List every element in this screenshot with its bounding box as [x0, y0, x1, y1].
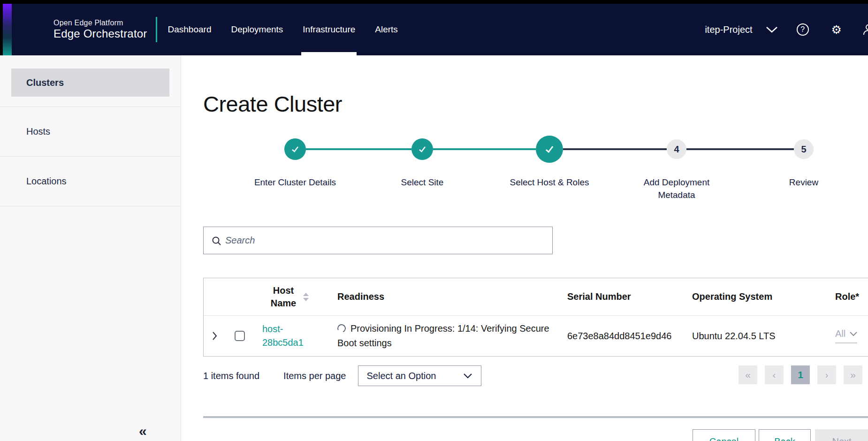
- items-per-page-select[interactable]: Select an Option: [358, 365, 481, 386]
- sort-icon[interactable]: [303, 293, 309, 301]
- check-icon: [290, 144, 300, 154]
- sidebar: Clusters Hosts Locations «: [0, 55, 181, 441]
- pagination-next-button[interactable]: ›: [817, 365, 836, 384]
- row-checkbox[interactable]: [235, 331, 245, 341]
- table-header-row: Host Name Readiness Serial Number Operat…: [204, 278, 868, 316]
- brand-separator: [156, 17, 157, 42]
- step-2-label: Select Site: [375, 176, 469, 189]
- sidebar-item-label: Locations: [26, 176, 67, 187]
- sidebar-item-label: Hosts: [26, 126, 50, 137]
- column-header-os: Operating System: [692, 278, 835, 315]
- sidebar-item-locations[interactable]: Locations: [0, 157, 181, 206]
- step-5-circle[interactable]: 5: [794, 139, 814, 159]
- sidebar-item-clusters[interactable]: Clusters: [11, 68, 169, 97]
- step-number: 5: [801, 144, 806, 155]
- nav-infrastructure[interactable]: Infrastructure: [301, 4, 357, 55]
- check-icon: [417, 144, 427, 154]
- serial-number-value: 6e73e8a84dd8451e9d46: [567, 331, 671, 342]
- main-content: Create Cluster 4 5 Enter Cluster Det: [181, 55, 868, 441]
- back-button[interactable]: Back: [759, 429, 811, 441]
- help-icon[interactable]: ?: [797, 23, 809, 36]
- items-per-page-value: Select an Option: [367, 371, 436, 381]
- sort-desc-icon: [303, 298, 309, 301]
- nav-deployments[interactable]: Deployments: [229, 4, 284, 55]
- table-footer: 1 items found Items per page Select an O…: [203, 365, 862, 387]
- nav-alerts[interactable]: Alerts: [373, 4, 399, 55]
- pagination: « ‹ 1 › »: [739, 365, 862, 384]
- sidebar-item-hosts[interactable]: Hosts: [0, 107, 181, 156]
- column-header-readiness: Readiness: [324, 278, 567, 315]
- row-expand-icon[interactable]: [212, 331, 217, 341]
- step-4-circle[interactable]: 4: [667, 139, 686, 159]
- step-3-circle-current[interactable]: [536, 136, 563, 163]
- project-selector-label[interactable]: itep-Project: [705, 24, 752, 35]
- cancel-button[interactable]: Cancel: [693, 429, 755, 441]
- step-2-circle[interactable]: [411, 138, 433, 160]
- host-name-link[interactable]: host-28bc5da1: [254, 322, 298, 350]
- stepper-connector-pending: [563, 148, 667, 150]
- step-number: 4: [674, 144, 679, 155]
- wizard-stepper: 4 5 Enter Cluster Details Select Site Se…: [231, 136, 868, 206]
- app-header: Open Edge Platform Edge Orchestrator Das…: [0, 4, 868, 55]
- page-title: Create Cluster: [203, 91, 342, 117]
- search-input[interactable]: [225, 228, 549, 253]
- chevron-down-icon[interactable]: [766, 26, 778, 33]
- items-found-label: 1 items found: [203, 371, 259, 381]
- column-header-role: Role*: [835, 278, 868, 315]
- pagination-last-button[interactable]: »: [844, 365, 862, 384]
- app-logo[interactable]: Open Edge Platform Edge Orchestrator: [53, 19, 147, 40]
- check-icon: [543, 143, 556, 155]
- top-nav: Dashboard Deployments Infrastructure Ale…: [167, 4, 399, 55]
- sidebar-item-label: Clusters: [26, 77, 64, 88]
- chevron-down-icon: [463, 373, 472, 379]
- step-1-label: Enter Cluster Details: [248, 176, 342, 189]
- readiness-status: Provisioning In Progress: 1/14: Verifyin…: [337, 321, 567, 350]
- stepper-connector-complete: [306, 148, 411, 150]
- brand-platform-name: Open Edge Platform: [53, 19, 147, 27]
- search-icon: [212, 236, 221, 246]
- footer-divider: [203, 416, 868, 418]
- pagination-first-button[interactable]: «: [739, 365, 757, 384]
- host-search: [203, 227, 553, 254]
- chevron-down-icon: [850, 332, 857, 336]
- items-per-page-label: Items per page: [283, 371, 346, 381]
- pagination-prev-button[interactable]: ‹: [765, 365, 784, 384]
- window-top-bar: [0, 0, 868, 4]
- settings-gear-icon[interactable]: ⚙: [831, 24, 842, 36]
- pagination-page-1-button[interactable]: 1: [791, 365, 810, 384]
- user-icon[interactable]: [862, 23, 868, 36]
- stepper-connector-complete: [433, 148, 536, 150]
- sort-asc-icon: [303, 293, 309, 296]
- role-select[interactable]: All: [835, 328, 857, 343]
- sidebar-collapse-icon[interactable]: «: [139, 424, 147, 438]
- table-row: host-28bc5da1 Provisioning In Progress: …: [204, 316, 868, 356]
- spinner-icon: [336, 323, 347, 334]
- stepper-connector-pending: [686, 148, 794, 150]
- step-5-label: Review: [757, 176, 851, 189]
- column-header-serial: Serial Number: [567, 278, 692, 315]
- step-1-circle[interactable]: [284, 138, 306, 160]
- sidebar-divider: [0, 206, 181, 206]
- brand-product-name: Edge Orchestrator: [53, 27, 147, 40]
- step-3-label: Select Host & Roles: [503, 176, 596, 189]
- hosts-table: Host Name Readiness Serial Number Operat…: [203, 278, 868, 357]
- next-button[interactable]: Next: [815, 429, 868, 441]
- nav-dashboard[interactable]: Dashboard: [167, 4, 213, 55]
- step-4-label: Add Deployment Metadata: [630, 176, 723, 201]
- operating-system-value: Ubuntu 22.04.5 LTS: [692, 331, 776, 342]
- column-header-host-name: Host Name: [254, 278, 324, 315]
